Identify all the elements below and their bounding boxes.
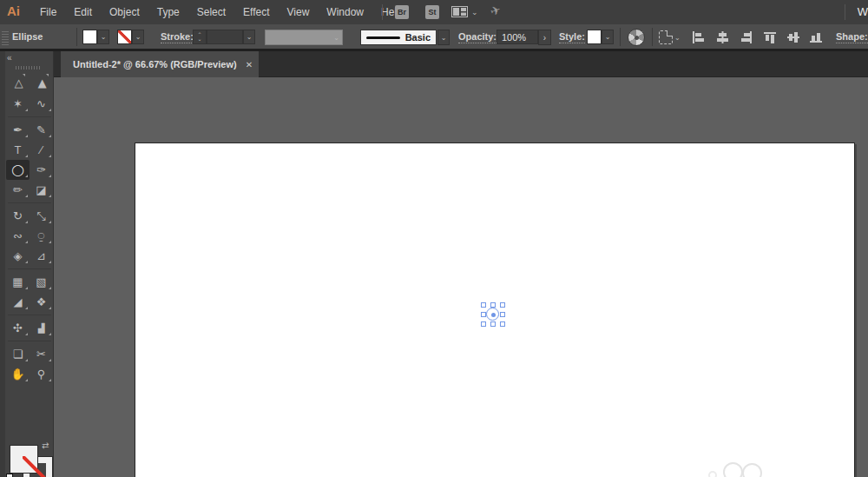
control-separator bbox=[76, 28, 77, 46]
fill-stroke-indicator: ⇄ bbox=[0, 441, 54, 477]
scale-tool[interactable]: ⤡ bbox=[30, 206, 53, 226]
puppet-warp-tool[interactable]: ⍜ bbox=[30, 226, 53, 246]
default-fill-chip bbox=[6, 474, 13, 477]
rotate-tool[interactable]: ↻ bbox=[6, 206, 30, 226]
workspace-label[interactable]: W bbox=[858, 5, 868, 18]
fill-color-chevron-icon[interactable]: ⌄ bbox=[97, 30, 109, 44]
style-label[interactable]: Style: bbox=[559, 31, 585, 43]
horizontal-align-center-icon[interactable] bbox=[715, 30, 730, 44]
hand-tool[interactable]: ✋ bbox=[6, 364, 30, 384]
panel-edge bbox=[0, 51, 5, 477]
selection-handle-bottom-left[interactable] bbox=[481, 321, 486, 327]
selection-handle-top-left[interactable] bbox=[481, 302, 486, 308]
mesh-tool[interactable]: ▦ bbox=[6, 272, 30, 292]
paintbrush-tool[interactable]: ✑ bbox=[30, 160, 53, 180]
selection-handle-bottom-right[interactable] bbox=[500, 321, 505, 327]
select-similar-chevron-icon[interactable]: ⌄ bbox=[674, 34, 681, 42]
type-tool[interactable]: T bbox=[6, 140, 30, 160]
vertical-align-top-icon[interactable] bbox=[763, 30, 778, 44]
lasso-tool[interactable]: ∿ bbox=[30, 94, 53, 114]
menu-items: File Edit Object Type Select Effect View… bbox=[31, 0, 411, 24]
pen-tool[interactable]: ✒ bbox=[6, 120, 30, 140]
direct-selection-tool[interactable]: ▶ bbox=[31, 72, 51, 96]
control-separator bbox=[652, 28, 653, 46]
stroke-color-swatch[interactable] bbox=[117, 30, 132, 44]
style-chevron-icon[interactable]: ⌄ bbox=[602, 30, 614, 44]
stroke-weight-label[interactable]: Stroke: bbox=[161, 31, 194, 43]
stock-button[interactable]: St bbox=[425, 5, 439, 19]
selected-ellipse[interactable] bbox=[483, 304, 503, 325]
symbol-sprayer-tool[interactable]: ✣ bbox=[6, 318, 30, 338]
shape-label[interactable]: Shape: bbox=[836, 31, 868, 43]
selection-handle-top-center[interactable] bbox=[490, 302, 496, 308]
zoom-tool[interactable]: ⚲ bbox=[30, 364, 53, 384]
blend-tool[interactable]: ❖ bbox=[30, 292, 53, 312]
drawn-circle-left[interactable] bbox=[723, 462, 743, 477]
selection-handle-middle-right[interactable] bbox=[500, 312, 505, 317]
line-segment-tool[interactable]: ∕ bbox=[30, 140, 53, 160]
menu-bar: Ai File Edit Object Type Select Effect V… bbox=[0, 0, 868, 24]
collapse-panel-icon[interactable]: « bbox=[7, 53, 12, 63]
stroke-none-icon bbox=[23, 456, 53, 477]
tab-close-icon[interactable]: ✕ bbox=[246, 60, 253, 70]
stroke-weight-stepper[interactable]: ⌃ ⌄ bbox=[193, 30, 207, 44]
brush-definition-field[interactable]: Basic bbox=[360, 30, 437, 45]
selection-handle-top-right[interactable] bbox=[500, 302, 505, 308]
drawn-circle-right[interactable] bbox=[742, 463, 762, 477]
swap-fill-stroke-icon[interactable]: ⇄ bbox=[42, 441, 49, 450]
stepper-down-icon[interactable]: ⌄ bbox=[197, 37, 201, 42]
stroke-weight-chevron-icon[interactable]: ⌄ bbox=[243, 30, 255, 44]
menu-view[interactable]: View bbox=[279, 6, 319, 18]
style-swatch[interactable] bbox=[587, 30, 602, 44]
vertical-align-center-icon[interactable] bbox=[786, 30, 801, 44]
menu-edit[interactable]: Edit bbox=[65, 6, 101, 18]
document-tab[interactable]: Untitled-2* @ 66.67% (RGB/Preview) ✕ bbox=[61, 51, 259, 77]
canvas-area[interactable] bbox=[54, 77, 868, 477]
magic-wand-tool[interactable]: ✶ bbox=[6, 94, 30, 114]
ellipse-tool[interactable]: ◯ bbox=[6, 160, 30, 180]
brush-definition-chevron-icon[interactable]: ⌄ bbox=[437, 30, 450, 45]
selection-tool[interactable]: ▷ bbox=[8, 72, 28, 96]
curvature-tool[interactable]: ✎ bbox=[30, 120, 53, 140]
stroke-color-chevron-icon[interactable]: ⌄ bbox=[132, 30, 144, 44]
shaper-tool[interactable]: ✏ bbox=[6, 180, 30, 200]
menu-select[interactable]: Select bbox=[188, 6, 234, 18]
horizontal-align-left-icon[interactable] bbox=[691, 30, 706, 44]
artboard-tool[interactable]: ❏ bbox=[6, 344, 30, 364]
perspective-grid-tool[interactable]: ⊿ bbox=[30, 246, 53, 266]
fill-color-swatch[interactable] bbox=[82, 30, 97, 44]
menu-window[interactable]: Window bbox=[318, 6, 372, 18]
arrange-documents-icon[interactable] bbox=[451, 6, 468, 17]
gradient-tool[interactable]: ▧ bbox=[30, 272, 53, 292]
horizontal-align-right-icon[interactable] bbox=[739, 30, 753, 44]
selection-handle-middle-left[interactable] bbox=[481, 312, 486, 317]
gpu-performance-icon[interactable]: ✈ bbox=[489, 2, 503, 18]
menu-object[interactable]: Object bbox=[101, 6, 148, 18]
slice-tool[interactable]: ✂ bbox=[30, 344, 53, 364]
eraser-tool[interactable]: ◪ bbox=[30, 180, 53, 200]
menu-type[interactable]: Type bbox=[148, 6, 188, 18]
opacity-label[interactable]: Opacity: bbox=[458, 31, 496, 43]
tools-separator bbox=[6, 338, 53, 344]
opacity-field[interactable]: 100% bbox=[496, 30, 538, 44]
width-tool[interactable]: ∾ bbox=[6, 226, 30, 246]
arrange-documents-chevron-icon[interactable]: ⌄ bbox=[471, 8, 478, 17]
tools-panel-grip[interactable] bbox=[16, 66, 42, 70]
illustrator-logo: Ai bbox=[7, 3, 20, 18]
default-fill-stroke-icon[interactable] bbox=[6, 474, 17, 477]
stroke-weight-field[interactable] bbox=[207, 30, 243, 44]
recolor-artwork-icon[interactable] bbox=[628, 29, 645, 46]
opacity-panel-button[interactable]: › bbox=[538, 30, 551, 45]
vertical-align-bottom-icon[interactable] bbox=[809, 30, 824, 44]
drawn-circle-small[interactable] bbox=[708, 471, 717, 477]
width-profile-chevron-icon: ⌄ bbox=[333, 34, 339, 42]
column-graph-tool[interactable]: ▟ bbox=[30, 318, 53, 338]
select-similar-icon[interactable] bbox=[659, 30, 673, 44]
eyedropper-tool[interactable]: ◢ bbox=[6, 292, 30, 312]
control-bar-grip[interactable] bbox=[2, 30, 9, 45]
menu-effect[interactable]: Effect bbox=[234, 6, 278, 18]
selection-handle-bottom-center[interactable] bbox=[490, 321, 496, 327]
menu-file[interactable]: File bbox=[31, 6, 65, 18]
shape-builder-tool[interactable]: ◈ bbox=[6, 246, 30, 266]
bridge-button[interactable]: Br bbox=[395, 5, 409, 19]
